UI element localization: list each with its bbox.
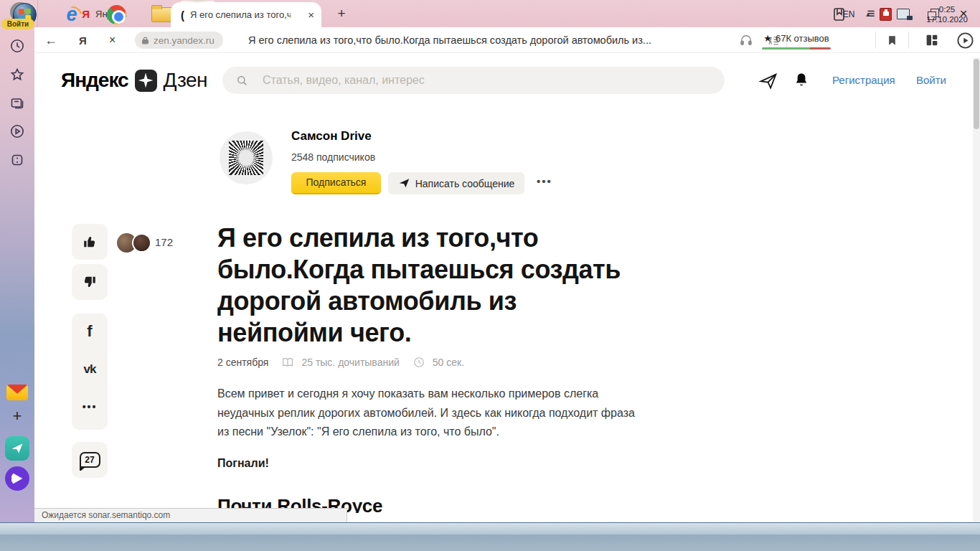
chrome-icon bbox=[107, 5, 126, 24]
article-lead: Погнали! bbox=[217, 457, 269, 470]
login-link[interactable]: Войти bbox=[916, 74, 946, 86]
dislike-button[interactable] bbox=[72, 264, 108, 300]
tab-article-active[interactable]: ( Я его слепила из того,ч × bbox=[171, 2, 321, 27]
liker-avatar bbox=[132, 233, 151, 253]
compose-paper-plane-icon[interactable] bbox=[758, 71, 778, 91]
site-identity-pill[interactable]: zen.yandex.ru bbox=[135, 32, 223, 49]
like-count: 172 bbox=[155, 236, 173, 248]
taskbar bbox=[0, 522, 980, 551]
channel-name[interactable]: Самсон Drive bbox=[291, 129, 372, 143]
search-icon bbox=[235, 74, 249, 88]
divider bbox=[908, 32, 909, 49]
share-facebook-button[interactable]: f bbox=[72, 322, 108, 341]
read-duration: 50 сек. bbox=[433, 357, 464, 368]
zen-logo-brand: Яндекс bbox=[61, 69, 128, 92]
yandex-home-button[interactable]: Я bbox=[79, 27, 87, 53]
article-date: 2 сентября bbox=[217, 357, 268, 368]
collections-cards-icon[interactable] bbox=[9, 95, 26, 112]
alice-app-icon[interactable] bbox=[5, 466, 29, 491]
lock-icon bbox=[141, 36, 150, 45]
back-button[interactable]: ← bbox=[44, 27, 57, 53]
scrollbar-thumb[interactable] bbox=[974, 59, 979, 129]
collections-extension-icon[interactable] bbox=[924, 27, 940, 53]
bookmark-flag-icon[interactable] bbox=[885, 27, 899, 53]
profile-login-badge[interactable]: Войти bbox=[1, 19, 34, 29]
status-bar: Ожидается sonar.semantiqo.com bbox=[34, 508, 347, 523]
tab-close-icon[interactable]: × bbox=[308, 9, 314, 21]
comments-button[interactable]: 27 bbox=[72, 442, 108, 478]
apps-square-icon[interactable] bbox=[9, 151, 26, 169]
share-more-button[interactable]: ••• bbox=[72, 401, 108, 413]
yandex-mail-icon[interactable] bbox=[6, 385, 28, 400]
reviews-label: 67К отзывов bbox=[776, 33, 829, 44]
thumbs-down-icon bbox=[82, 274, 98, 290]
zen-logo-product: Дзен bbox=[164, 69, 207, 92]
taskbar-clock[interactable]: 0:25 17.10.2020 bbox=[917, 0, 977, 29]
rating-bar-positive bbox=[762, 47, 810, 50]
network-icon[interactable] bbox=[897, 9, 910, 19]
reviews-widget[interactable]: ★ 67К отзывов bbox=[762, 30, 831, 56]
stop-loading-icon[interactable]: × bbox=[109, 27, 116, 53]
reads-book-icon bbox=[281, 356, 294, 369]
new-tab-button[interactable]: + bbox=[333, 6, 350, 23]
video-play-icon[interactable] bbox=[9, 123, 26, 140]
page-title-text: Я его слепила из того,что было.Когда пыт… bbox=[248, 27, 651, 53]
divider bbox=[875, 32, 876, 49]
chrome-button[interactable] bbox=[100, 0, 132, 29]
star-icon: ★ bbox=[763, 33, 772, 44]
tab-label: Я его слепила из того,ч bbox=[190, 9, 291, 20]
article-paragraph: Всем привет и сегодня я хочу показать ва… bbox=[217, 385, 639, 442]
rating-bar bbox=[762, 47, 831, 50]
history-clock-icon[interactable] bbox=[9, 37, 26, 55]
like-button[interactable] bbox=[72, 224, 108, 260]
article-title: Я его слепила из того,что было.Когда пыт… bbox=[217, 222, 630, 349]
clock-date: 17.10.2020 bbox=[926, 14, 968, 24]
channel-avatar[interactable] bbox=[220, 131, 273, 184]
article-meta: 2 сентября 25 тыс. дочитываний 50 сек. bbox=[217, 356, 464, 369]
message-button-label: Написать сообщение bbox=[415, 178, 515, 189]
share-panel: f vk ••• bbox=[72, 314, 108, 430]
browser-window: Войти Я Яндекс ( Я его слепила из того,ч… bbox=[0, 0, 980, 551]
folder-icon bbox=[151, 7, 173, 22]
reads-count: 25 тыс. дочитываний bbox=[301, 357, 399, 368]
zen-logo[interactable]: Яндекс Дзен bbox=[61, 67, 207, 93]
register-link[interactable]: Регистрация bbox=[832, 74, 895, 86]
zen-app-icon[interactable] bbox=[5, 436, 29, 461]
message-button[interactable]: Написать сообщение bbox=[388, 172, 524, 194]
paper-plane-icon bbox=[398, 177, 410, 189]
channel-avatar-image bbox=[229, 141, 263, 175]
sidebar-add-icon[interactable]: + bbox=[9, 408, 26, 425]
search-input[interactable] bbox=[222, 67, 725, 94]
subscribe-button[interactable]: Подписаться bbox=[291, 172, 381, 194]
video-player-extension-icon[interactable] bbox=[956, 27, 975, 53]
headphones-icon[interactable] bbox=[739, 27, 753, 53]
thumbs-up-icon bbox=[82, 234, 98, 250]
rating-bar-negative bbox=[810, 47, 831, 50]
clock-time: 0:25 bbox=[939, 4, 955, 14]
loading-crescent-icon: ( bbox=[181, 8, 184, 22]
comments-count: 27 bbox=[85, 455, 94, 465]
comment-bubble-icon: 27 bbox=[80, 452, 100, 468]
favorites-star-icon[interactable] bbox=[9, 66, 26, 83]
domain-label: zen.yandex.ru bbox=[154, 35, 215, 46]
channel-subscribers: 2548 подписчиков bbox=[291, 151, 375, 163]
zen-logo-icon bbox=[135, 70, 157, 92]
language-indicator[interactable]: EN bbox=[838, 0, 859, 29]
zen-notifications-icon[interactable] bbox=[792, 71, 811, 90]
internet-explorer-button[interactable]: e bbox=[56, 0, 88, 29]
address-bar[interactable]: ← Я × zen.yandex.ru Я его слепила из тог… bbox=[34, 27, 980, 53]
duration-clock-icon bbox=[413, 356, 425, 369]
share-vk-button[interactable]: vk bbox=[72, 362, 108, 377]
tray-app-icon[interactable] bbox=[880, 8, 892, 21]
tray-expand-icon[interactable]: ▲ bbox=[861, 0, 875, 29]
channel-more-button[interactable]: ••• bbox=[537, 175, 552, 187]
